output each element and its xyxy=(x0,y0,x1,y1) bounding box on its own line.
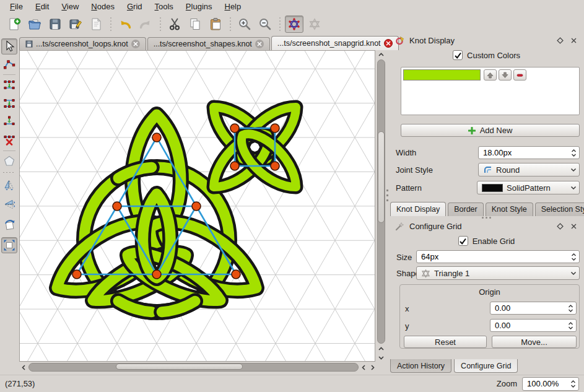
scroll-up-icon[interactable] xyxy=(377,344,385,353)
tab-close-icon[interactable] xyxy=(255,40,264,48)
bottom-dock-tab[interactable]: Configure Grid xyxy=(454,359,518,373)
origin-y-spinbox[interactable] xyxy=(490,319,577,332)
scroll-down-icon[interactable] xyxy=(377,353,385,362)
move-color-down-button[interactable] xyxy=(499,69,512,81)
float-dock-icon[interactable] xyxy=(556,222,564,230)
menu-item[interactable]: Grid xyxy=(121,1,149,13)
reset-origin-button[interactable]: Reset xyxy=(404,336,487,348)
flip-horizontal-axis-button[interactable] xyxy=(1,196,17,212)
grid-shape-toggle[interactable] xyxy=(305,15,324,33)
copy-button[interactable] xyxy=(186,15,204,33)
menu-item[interactable]: Edit xyxy=(29,1,55,13)
configure-grid-dock-title: Configure Grid xyxy=(389,220,584,232)
close-dock-icon[interactable] xyxy=(569,36,578,45)
close-dock-icon[interactable] xyxy=(569,222,578,230)
toolbar-separator xyxy=(158,17,162,31)
select-tool-button[interactable] xyxy=(1,38,17,54)
select-cursor-icon xyxy=(3,40,15,53)
zoom-in-button[interactable] xyxy=(235,15,254,33)
document-tab[interactable]: ...ts/screenshot_snapgrid.knot xyxy=(271,36,399,50)
remove-node-button[interactable] xyxy=(1,131,17,147)
vertical-scrollbar-thumb[interactable] xyxy=(378,131,385,223)
toolbar-separator xyxy=(277,17,282,31)
dock-tab[interactable]: Border xyxy=(448,203,484,216)
move-origin-button[interactable]: Move... xyxy=(492,336,577,348)
bottom-dock-tab[interactable]: Action History xyxy=(390,359,451,373)
spin-arrows-icon[interactable] xyxy=(570,380,576,388)
color-list[interactable] xyxy=(401,67,580,115)
rotate-tool-button[interactable] xyxy=(1,217,17,233)
zoom-out-button[interactable] xyxy=(256,15,274,33)
spin-arrows-icon[interactable] xyxy=(568,321,573,330)
insert-node-bottom-button[interactable] xyxy=(1,95,17,111)
document-tab[interactable]: ...ts/screenshot_shapes.knot xyxy=(147,37,270,50)
tab-close-icon[interactable] xyxy=(131,40,140,48)
polygon-tool-button[interactable] xyxy=(1,153,17,169)
dock-splitter-handle[interactable] xyxy=(389,217,584,219)
menu-item[interactable]: File xyxy=(4,1,29,13)
move-color-up-button[interactable] xyxy=(484,69,497,81)
pattern-combobox[interactable]: SolidPattern xyxy=(477,181,580,194)
horizontal-scrollbar-thumb[interactable] xyxy=(116,364,243,370)
horizontal-scrollbar-track[interactable] xyxy=(28,363,359,372)
custom-colors-checkbox[interactable] xyxy=(453,50,463,60)
knot-snap-icon xyxy=(287,17,301,31)
menu-item[interactable]: Help xyxy=(219,1,248,13)
zoom-spinbox[interactable] xyxy=(522,377,579,391)
document-new-button[interactable] xyxy=(5,15,24,33)
vertical-scrollbar[interactable] xyxy=(377,50,386,362)
undo-button[interactable] xyxy=(116,15,134,33)
bottom-dock-tabbar: Action HistoryConfigure Grid xyxy=(390,359,518,373)
document-save-button[interactable] xyxy=(46,15,64,33)
tab-label: ...ts/screenshot_snapgrid.knot xyxy=(277,39,381,48)
pattern-label: Pattern xyxy=(396,183,422,193)
dock-tab[interactable]: Knot Display xyxy=(390,202,446,216)
enable-grid-row: Enable Grid xyxy=(389,236,584,246)
flip-vertical-axis-button[interactable] xyxy=(1,176,17,192)
vertical-scrollbar-track[interactable] xyxy=(377,59,385,344)
enable-grid-checkbox[interactable] xyxy=(458,236,468,246)
dock-tab[interactable]: Selection Style xyxy=(535,203,584,216)
scroll-right-icon[interactable] xyxy=(368,363,377,372)
spin-arrows-icon[interactable] xyxy=(571,149,577,157)
insert-node-top-button[interactable] xyxy=(1,77,17,93)
cut-button[interactable] xyxy=(165,15,184,33)
origin-x-spinbox[interactable] xyxy=(490,302,577,315)
menu-item[interactable]: Plugins xyxy=(180,1,219,13)
scroll-left-icon[interactable] xyxy=(359,363,368,372)
snap-grid-toggle[interactable] xyxy=(285,15,303,33)
menu-item[interactable]: Tools xyxy=(149,1,180,13)
paste-icon xyxy=(209,17,222,31)
spin-arrows-icon[interactable] xyxy=(568,304,573,313)
zoom-out-icon xyxy=(258,17,272,31)
grid-shape-combobox[interactable]: Triangle 1 xyxy=(416,266,580,280)
scroll-left-icon[interactable] xyxy=(19,363,28,372)
color-swatch[interactable] xyxy=(403,69,481,81)
document-export-button[interactable] xyxy=(87,15,105,33)
solid-pattern-swatch xyxy=(482,184,503,192)
add-new-button[interactable]: Add New xyxy=(401,124,580,137)
edge-tool-button[interactable] xyxy=(1,56,17,72)
joint-style-combobox[interactable]: Round xyxy=(478,163,580,176)
grid-size-spinbox[interactable] xyxy=(416,250,580,263)
width-spinbox[interactable] xyxy=(478,146,580,159)
cursor-coordinates: (271,53) xyxy=(5,379,497,388)
spin-arrows-icon[interactable] xyxy=(571,253,577,261)
remove-color-button[interactable] xyxy=(513,69,526,81)
document-save-as-button[interactable] xyxy=(66,15,85,33)
knot-canvas[interactable] xyxy=(19,50,375,362)
float-dock-icon[interactable] xyxy=(556,36,564,45)
redo-button[interactable] xyxy=(136,15,155,33)
paste-button[interactable] xyxy=(206,15,225,33)
menu-item[interactable]: View xyxy=(55,1,85,13)
document-tab[interactable]: ...ts/screenshot_loops.knot xyxy=(19,37,146,50)
insert-node-single-icon xyxy=(3,115,15,128)
horizontal-scrollbar[interactable] xyxy=(19,363,377,372)
menu-item[interactable]: Nodes xyxy=(85,1,121,13)
scale-tool-button[interactable] xyxy=(1,237,17,253)
save-icon xyxy=(25,40,33,48)
document-open-button[interactable] xyxy=(25,15,44,33)
dock-tab[interactable]: Knot Style xyxy=(486,203,533,216)
insert-node-single-button[interactable] xyxy=(1,113,17,129)
scroll-up-icon[interactable] xyxy=(377,50,385,59)
